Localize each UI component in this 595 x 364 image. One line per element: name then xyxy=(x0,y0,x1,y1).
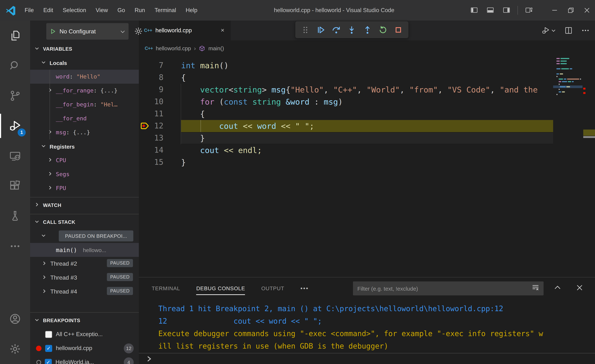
breakpoint-row-2[interactable]: ✓HelloWorld.ja...4 xyxy=(30,355,139,364)
activity-accounts[interactable] xyxy=(0,304,30,334)
breakpoint-row-1[interactable]: ✓helloworld.cpp12 xyxy=(30,341,139,355)
call-stack-header: CALL STACK xyxy=(43,219,75,225)
menu-help[interactable]: Help xyxy=(181,0,202,21)
console-prompt-icon[interactable] xyxy=(145,355,153,363)
register-group-fpu[interactable]: FPU xyxy=(30,181,139,195)
variable-row-__for_end[interactable]: __for_end xyxy=(30,111,139,125)
scope-registers-row[interactable]: Registers xyxy=(30,139,139,153)
register-group-segs[interactable]: Segs xyxy=(30,167,139,181)
more-actions-icon[interactable] xyxy=(581,26,590,35)
menu-edit[interactable]: Edit xyxy=(39,0,58,21)
code-line-8[interactable]: 8{ xyxy=(139,72,595,84)
line-number[interactable]: 14 xyxy=(139,144,163,156)
code-line-13[interactable]: 13 } xyxy=(139,132,595,144)
split-editor-icon[interactable] xyxy=(564,26,573,35)
maximize-panel-icon[interactable] xyxy=(553,283,562,294)
activity-run-and-debug[interactable]: 1 xyxy=(0,111,30,141)
code-line-15[interactable]: 15} xyxy=(139,156,595,168)
line-number[interactable]: 8 xyxy=(139,72,163,84)
tab-label: helloworld.cpp xyxy=(155,27,192,34)
start-debug-icon[interactable] xyxy=(50,28,56,35)
code-line-10[interactable]: 10 for (const string &word : msg) xyxy=(139,96,595,108)
layout-sidebar-right-icon[interactable] xyxy=(498,0,515,21)
close-panel-icon[interactable] xyxy=(575,283,584,294)
code-line-14[interactable]: 14 cout << endl; xyxy=(139,144,595,156)
breakpoint-active-icon xyxy=(36,345,42,351)
section-call-stack[interactable]: CALL STACK xyxy=(30,215,139,229)
thread-1-row[interactable]: PAUSED ON BREAKPOI... xyxy=(30,229,139,243)
activity-remote-explorer[interactable] xyxy=(0,141,30,171)
panel-tab-terminal[interactable]: TERMINAL xyxy=(152,277,180,299)
variable-row-__for_range[interactable]: __for_range: {...} xyxy=(30,84,139,98)
layout-panel-icon[interactable] xyxy=(482,0,498,21)
activity-settings[interactable] xyxy=(0,334,30,364)
line-number[interactable]: 11 xyxy=(139,108,163,120)
activity-explorer[interactable] xyxy=(0,21,30,51)
menu-view[interactable]: View xyxy=(91,0,113,21)
breakpoint-current-position-icon[interactable] xyxy=(140,121,150,131)
code-line-12[interactable]: 12 cout << word << " "; xyxy=(139,120,595,132)
line-number[interactable]: 7 xyxy=(139,59,163,72)
activity-extensions[interactable] xyxy=(0,171,30,201)
breakpoint-row-0[interactable]: All C++ Exceptio... xyxy=(30,327,139,341)
stack-frame-main[interactable]: main()hellowo... xyxy=(30,243,139,257)
debug-step-over-button[interactable] xyxy=(331,24,342,35)
variable-row-msg[interactable]: msg: {...} xyxy=(30,125,139,139)
code-editor[interactable]: 67int main()8{9 vector<string> msg{"Hell… xyxy=(139,56,595,277)
editor-tabs: C++ helloworld.cpp × xyxy=(139,21,595,40)
line-number[interactable]: 15 xyxy=(139,156,163,168)
line-number[interactable]: 6 xyxy=(139,56,163,59)
customize-layout-icon[interactable] xyxy=(521,0,537,21)
menu-file[interactable]: File xyxy=(20,0,39,21)
line-number[interactable]: 13 xyxy=(139,132,163,144)
menu-run[interactable]: Run xyxy=(130,0,150,21)
panel-more-tabs-icon[interactable]: ••• xyxy=(300,285,309,292)
layout-sidebar-left-icon[interactable] xyxy=(466,0,482,21)
section-watch[interactable]: WATCH xyxy=(30,198,139,212)
minimap[interactable] xyxy=(555,56,581,277)
tab-helloworld-cpp[interactable]: C++ helloworld.cpp × xyxy=(139,21,231,40)
debug-gear-icon[interactable] xyxy=(134,27,143,36)
debug-restart-button[interactable] xyxy=(377,24,388,35)
debug-step-into-button[interactable] xyxy=(346,24,357,35)
launch-config-dropdown[interactable]: No Configurat xyxy=(46,23,128,40)
menu-terminal[interactable]: Terminal xyxy=(150,0,181,21)
breadcrumb-symbol[interactable]: main() xyxy=(208,45,224,51)
console-filter-input[interactable]: Filter (e.g. text, !exclude) xyxy=(353,282,544,295)
paused-on-breakpoint-badge: PAUSED ON BREAKPOI... xyxy=(59,230,133,241)
menu-selection[interactable]: Selection xyxy=(58,0,91,21)
panel-tab-output[interactable]: OUTPUT xyxy=(261,277,284,299)
activity-testing[interactable] xyxy=(0,201,30,231)
debug-stop-button[interactable] xyxy=(393,24,404,35)
variable-row-__for_begin[interactable]: __for_begin: "Hel… xyxy=(30,98,139,111)
activity-search[interactable] xyxy=(0,51,30,81)
restore-icon[interactable] xyxy=(563,0,579,21)
code-line-6[interactable]: 6 xyxy=(139,56,595,59)
tab-close-icon[interactable]: × xyxy=(218,27,227,34)
section-breakpoints[interactable]: BREAKPOINTS xyxy=(30,313,139,327)
code-line-11[interactable]: 11 { xyxy=(139,108,595,120)
breadcrumb-file[interactable]: helloworld.cpp xyxy=(156,45,191,51)
code-line-7[interactable]: 7int main() xyxy=(139,59,595,72)
thread-row-4[interactable]: Thread #4PAUSED xyxy=(30,285,139,299)
menu-go[interactable]: Go xyxy=(113,0,130,21)
line-number[interactable]: 10 xyxy=(139,96,163,108)
overview-ruler[interactable] xyxy=(583,56,595,277)
activity-source-control[interactable] xyxy=(0,81,30,111)
code-line-9[interactable]: 9 vector<string> msg{"Hello", "C++", "Wo… xyxy=(139,84,595,96)
panel-tab-debug-console[interactable]: DEBUG CONSOLE xyxy=(196,277,245,299)
thread-row-3[interactable]: Thread #3PAUSED xyxy=(30,271,139,285)
variable-row-word[interactable]: word: "Hello" xyxy=(30,70,139,84)
register-group-cpu[interactable]: CPU xyxy=(30,153,139,167)
thread-row-2[interactable]: Thread #2PAUSED xyxy=(30,257,139,271)
minimize-icon[interactable] xyxy=(546,0,563,21)
activity-more[interactable] xyxy=(0,231,30,261)
section-variables[interactable]: VARIABLES xyxy=(30,42,139,56)
run-or-debug-button[interactable] xyxy=(541,26,556,35)
debug-continue-button[interactable] xyxy=(315,24,326,35)
debug-step-out-button[interactable] xyxy=(362,24,373,35)
clear-console-icon[interactable] xyxy=(531,283,540,294)
scope-locals-row[interactable]: Locals xyxy=(30,56,139,70)
line-number[interactable]: 9 xyxy=(139,84,163,96)
close-icon[interactable] xyxy=(579,0,595,21)
